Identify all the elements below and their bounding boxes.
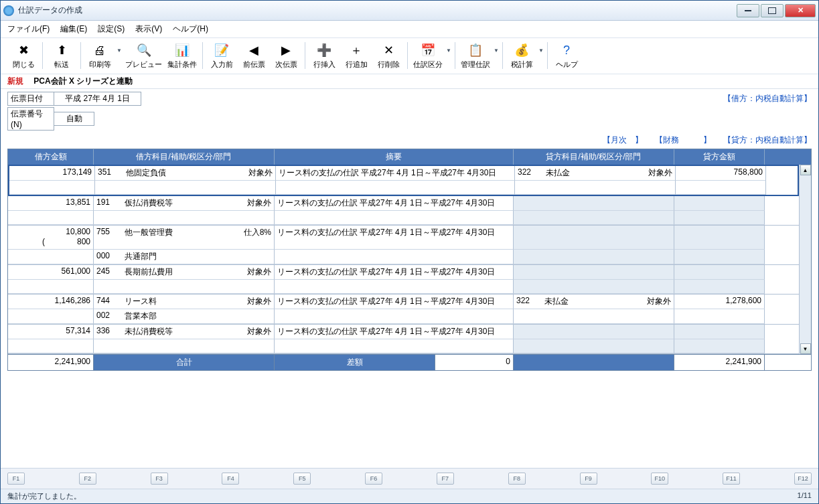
cell-debit-sub[interactable] [94, 211, 275, 225]
cell-credit-account[interactable] [514, 325, 674, 339]
fkey-f1[interactable]: F1 [7, 473, 25, 485]
mgmt-journal-button[interactable]: 📋管理仕訳 [458, 41, 493, 71]
scroll-down-button[interactable]: ▼ [800, 343, 811, 354]
journal-class-dropdown[interactable]: ▼ [445, 41, 452, 54]
preview-button[interactable]: 🔍プレビュー [123, 41, 165, 71]
cell-credit-account[interactable] [514, 196, 674, 211]
menu-file[interactable]: ファイル(F) [7, 23, 50, 35]
window-title: 仕訳データの作成 [18, 5, 737, 16]
titlebar: 仕訳データの作成 [1, 1, 818, 21]
mgmt-journal-dropdown[interactable]: ▼ [493, 41, 500, 54]
minimize-button[interactable] [737, 4, 759, 17]
cell-memo[interactable]: リース料の支払の仕訳 平成27年 4月 1日～平成27年 4月30日 [276, 166, 515, 181]
cell-debit-amount[interactable]: 57,314 [8, 325, 94, 339]
fkey-f6[interactable]: F6 [365, 473, 382, 485]
col-memo[interactable]: 摘要 [275, 149, 514, 165]
cell-memo[interactable]: リース料の支払の仕訳 平成27年 4月 1日～平成27年 4月30日 [275, 196, 514, 211]
menu-view[interactable]: 表示(V) [135, 23, 162, 35]
slip-no-field[interactable]: 自動 [54, 112, 94, 126]
menu-edit[interactable]: 編集(E) [60, 23, 87, 35]
delete-row-button[interactable]: ✕行削除 [372, 41, 404, 71]
cell-debit-account[interactable]: 191仮払消費税等対象外 [94, 196, 275, 211]
cell-memo[interactable]: リース料の支払の仕訳 平成27年 4月 1日～平成27年 4月30日 [275, 265, 514, 280]
cell-memo[interactable]: リース料の支払の仕訳 平成27年 4月 1日～平成27年 4月30日 [275, 295, 514, 309]
table-row[interactable]: 561,000245長期前払費用対象外リース料の支払の仕訳 平成27年 4月 1… [8, 265, 799, 295]
jclass-label: 仕訳区分 [413, 60, 443, 70]
window-close-button[interactable] [785, 4, 816, 17]
cell-credit-amount[interactable] [674, 265, 765, 280]
cell-debit-sub[interactable]: 002営業本部 [94, 309, 275, 324]
help-button[interactable]: ?ヘルプ [550, 41, 583, 71]
bracket-monthly[interactable]: 【月次 】 [603, 135, 643, 146]
col-credit-account[interactable]: 貸方科目/補助/税区分/部門 [514, 149, 674, 165]
transfer-button[interactable]: ⬆転送 [46, 41, 78, 71]
print-dropdown[interactable]: ▼ [116, 41, 123, 54]
cell-credit-amount[interactable] [674, 196, 765, 211]
criteria-button[interactable]: 📊集計条件 [165, 41, 200, 71]
cell-debit-amount[interactable]: 173,149 [9, 166, 95, 181]
cell-credit-amount[interactable] [674, 325, 765, 339]
table-row[interactable]: 173,149351他固定負債対象外リース料の支払の仕訳 平成27年 4月 1日… [8, 165, 799, 196]
cell-debit-sub[interactable] [94, 280, 275, 294]
table-row[interactable]: 1,146,286744リース料対象外リース料の支払の仕訳 平成27年 4月 1… [8, 295, 799, 325]
cell-memo[interactable]: リース料の支払の仕訳 平成27年 4月 1日～平成27年 4月30日 [275, 226, 514, 250]
cell-debit-account[interactable]: 245長期前払費用対象外 [94, 265, 275, 280]
tax-calc-button[interactable]: 💰税計算 [506, 41, 538, 71]
menu-settings[interactable]: 設定(S) [98, 23, 125, 35]
tax-calc-dropdown[interactable]: ▼ [538, 41, 544, 54]
cell-debit-account[interactable]: 351他固定負債対象外 [95, 166, 276, 181]
cell-memo[interactable]: リース料の支払の仕訳 平成27年 4月 1日～平成27年 4月30日 [275, 325, 514, 339]
cell-debit-account[interactable]: 336未払消費税等対象外 [94, 325, 275, 339]
credit-auto-calc: 【貸方：内税自動計算】 [723, 135, 812, 146]
cell-credit-amount[interactable] [674, 226, 765, 250]
prevslip-button[interactable]: ◀前伝票 [238, 41, 270, 71]
fkey-f2[interactable]: F2 [79, 473, 96, 485]
journal-class-button[interactable]: 📅仕訳区分 [411, 41, 445, 71]
cell-debit-sub[interactable]: 000共通部門 [94, 250, 275, 264]
table-row[interactable]: 57,314336未払消費税等対象外リース料の支払の仕訳 平成27年 4月 1日… [8, 325, 799, 354]
add-row-button[interactable]: ＋行追加 [340, 41, 372, 71]
cell-credit-account[interactable]: 322未払金対象外 [514, 295, 674, 309]
cell-debit-amount[interactable]: 13,851 [8, 196, 94, 211]
cell-debit-sub[interactable] [95, 181, 276, 195]
col-debit-account[interactable]: 借方科目/補助/税区分/部門 [94, 149, 275, 165]
cell-credit-amount[interactable]: 1,278,600 [674, 295, 765, 309]
fkey-f9[interactable]: F9 [580, 473, 597, 485]
transfer-label: 転送 [54, 60, 69, 70]
cell-credit-amount[interactable]: 758,800 [676, 166, 766, 181]
fkey-f10[interactable]: F10 [651, 473, 668, 485]
table-row[interactable]: 13,851191仮払消費税等対象外リース料の支払の仕訳 平成27年 4月 1日… [8, 196, 799, 226]
cell-credit-account[interactable] [514, 226, 674, 250]
fkey-f4[interactable]: F4 [222, 473, 239, 485]
cell-debit-account[interactable]: 755他一般管理費仕入8% [94, 226, 275, 250]
fkey-f3[interactable]: F3 [151, 473, 168, 485]
preinput-button[interactable]: 📝入力前 [206, 41, 238, 71]
col-debit-amount[interactable]: 借方金額 [8, 149, 94, 165]
menu-help[interactable]: ヘルプ(H) [173, 23, 208, 35]
cell-debit-sub[interactable] [94, 339, 275, 353]
fkey-f5[interactable]: F5 [293, 473, 311, 485]
cell-debit-amount[interactable]: 10,800( 800 [8, 226, 94, 250]
print-button[interactable]: 🖨印刷等 [84, 41, 116, 71]
cell-credit-account[interactable] [514, 265, 674, 280]
col-credit-amount[interactable]: 貸方金額 [674, 149, 765, 165]
cell-debit-amount[interactable]: 1,146,286 [8, 295, 94, 309]
cell-credit-account[interactable]: 322未払金対象外 [515, 166, 676, 181]
close-button[interactable]: ✖閉じる [7, 41, 40, 71]
fkey-f12[interactable]: F12 [794, 473, 812, 485]
fkey-f7[interactable]: F7 [437, 473, 454, 485]
insert-row-button[interactable]: ➕行挿入 [308, 41, 340, 71]
maximize-button[interactable] [761, 4, 784, 17]
cell-debit-amount[interactable]: 561,000 [8, 265, 94, 280]
scroll-up-button[interactable]: ▲ [800, 165, 811, 175]
slip-date-field[interactable]: 平成 27年 4月 1日 [54, 92, 141, 106]
table-row[interactable]: 10,800( 800755他一般管理費仕入8%リース料の支払の仕訳 平成27年… [8, 226, 799, 265]
bracket-finance[interactable]: 【財務 】 [655, 135, 711, 146]
fkey-f11[interactable]: F11 [723, 473, 740, 485]
fkey-f8[interactable]: F8 [508, 473, 526, 485]
nextslip-button[interactable]: ▶次伝票 [270, 41, 302, 71]
preinput-icon: 📝 [214, 42, 230, 58]
cell-debit-account[interactable]: 744リース料対象外 [94, 295, 275, 309]
vertical-scrollbar[interactable]: ▲ ▼ [799, 165, 811, 354]
grid-body[interactable]: 173,149351他固定負債対象外リース料の支払の仕訳 平成27年 4月 1日… [8, 165, 799, 354]
